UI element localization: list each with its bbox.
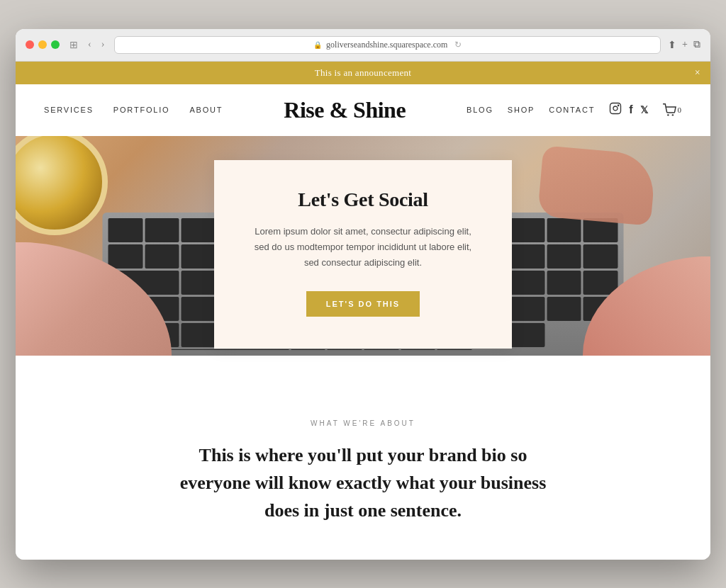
address-bar[interactable]: 🔒 goliverseandshine.squarespace.com ↻: [114, 36, 661, 54]
hand-graphic: [537, 145, 657, 226]
browser-window: ⊞ ‹ › 🔒 goliverseandshine.squarespace.co…: [16, 29, 710, 560]
hero-section: Let's Get Social Lorem ipsum dolor sit a…: [16, 136, 710, 292]
instagram-icon[interactable]: [609, 102, 622, 118]
nav-item-about[interactable]: ABOUT: [189, 106, 223, 114]
lock-icon: 🔒: [313, 41, 322, 49]
coffee-cup-graphic: [16, 136, 115, 242]
cart-count: 0: [678, 106, 683, 114]
browser-actions: ⬆ + ⧉: [668, 39, 700, 51]
facebook-icon[interactable]: f: [629, 103, 632, 116]
announcement-close-button[interactable]: ×: [695, 67, 700, 79]
nav-item-shop[interactable]: SHOP: [508, 106, 535, 114]
nav-item-contact[interactable]: CONTACT: [549, 106, 595, 114]
refresh-icon[interactable]: ↻: [454, 40, 462, 50]
brand-bio-headline: This is where you'll put your brand bio …: [164, 441, 562, 524]
browser-controls: ⊞ ‹ ›: [67, 38, 107, 52]
url-text: goliverseandshine.squarespace.com: [326, 40, 447, 50]
social-card: Let's Get Social Lorem ipsum dolor sit a…: [214, 160, 512, 348]
minimize-button[interactable]: [38, 40, 47, 49]
navigation: SERVICES PORTFOLIO ABOUT Rise & Shine BL…: [16, 84, 710, 136]
svg-point-4: [671, 114, 673, 115]
section-eyebrow: WHAT WE'RE ABOUT: [44, 419, 682, 427]
svg-point-2: [618, 105, 619, 106]
svg-point-3: [667, 114, 669, 115]
traffic-lights: [26, 40, 60, 49]
svg-rect-0: [610, 103, 621, 113]
sidebar-toggle-icon[interactable]: ⊞: [67, 38, 81, 52]
close-button[interactable]: [26, 40, 34, 49]
maximize-button[interactable]: [51, 40, 60, 49]
new-tab-icon[interactable]: +: [682, 39, 688, 51]
share-icon[interactable]: ⬆: [668, 39, 676, 51]
site-logo[interactable]: Rise & Shine: [223, 97, 467, 123]
nav-social-icons: f 𝕏: [609, 102, 647, 118]
svg-point-1: [613, 106, 618, 111]
browser-chrome: ⊞ ‹ › 🔒 goliverseandshine.squarespace.co…: [16, 29, 710, 62]
announcement-text: This is an announcement: [315, 67, 412, 78]
nav-item-services[interactable]: SERVICES: [44, 106, 94, 114]
twitter-icon[interactable]: 𝕏: [640, 104, 648, 115]
nav-item-portfolio[interactable]: PORTFOLIO: [113, 106, 170, 114]
nav-left: SERVICES PORTFOLIO ABOUT: [44, 106, 223, 114]
windows-icon[interactable]: ⧉: [693, 39, 700, 51]
back-button[interactable]: ‹: [85, 38, 94, 52]
nav-item-blog[interactable]: BLOG: [467, 106, 493, 114]
lets-do-this-button[interactable]: LET'S DO THIS: [306, 291, 420, 317]
social-card-body: Lorem ipsum dolor sit amet, consectur ad…: [250, 224, 476, 271]
website-content: This is an announcement × SERVICES PORTF…: [16, 62, 710, 560]
nav-right: BLOG SHOP CONTACT f 𝕏: [467, 102, 682, 118]
announcement-bar: This is an announcement ×: [16, 62, 710, 84]
cart-icon[interactable]: 0: [662, 103, 683, 116]
forward-button[interactable]: ›: [99, 38, 108, 52]
social-card-title: Let's Get Social: [250, 188, 476, 211]
